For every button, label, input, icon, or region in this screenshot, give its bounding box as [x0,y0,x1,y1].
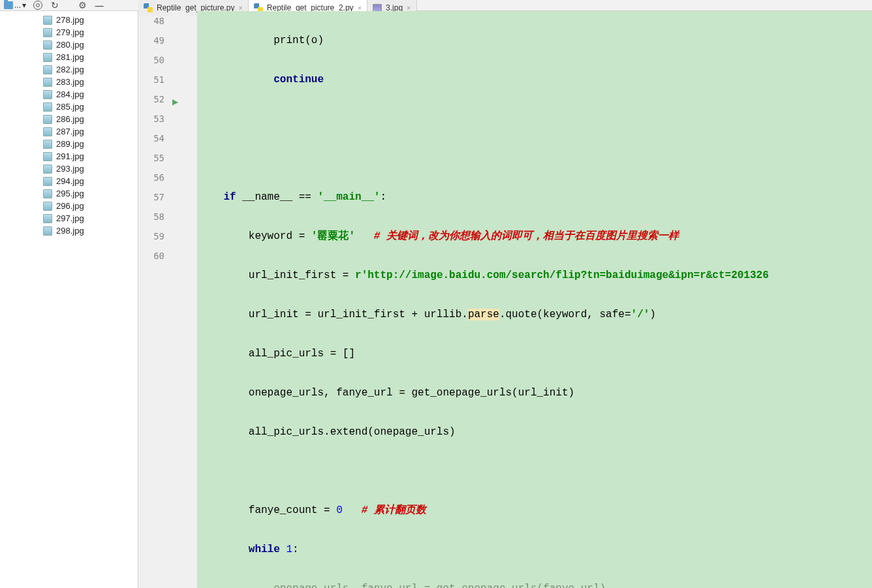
top-toolbar: ... ▾ [0,0,872,11]
gutter-icons[interactable]: ▶ [170,11,185,588]
file-name: 278.jpg [56,15,84,25]
image-file-icon [43,226,52,236]
file-name: 285.jpg [56,102,84,112]
file-name: 297.jpg [56,213,84,223]
file-name: 293.jpg [56,164,84,174]
collapse-icon[interactable] [94,0,104,10]
folder-icon [4,1,13,9]
file-item[interactable]: 281.jpg [0,51,138,63]
file-item[interactable]: 291.jpg [0,150,138,162]
selector-label: ... [14,1,21,10]
file-item[interactable]: 287.jpg [0,125,138,138]
chevron-down-icon: ▾ [22,1,26,10]
image-file-icon [43,78,52,87]
fold-column[interactable] [185,11,197,588]
file-item[interactable]: 283.jpg [0,76,138,88]
image-file-icon [43,177,52,186]
file-item[interactable]: 280.jpg [0,39,138,51]
file-item[interactable]: 297.jpg [0,212,138,224]
image-file-icon [43,102,52,112]
file-item[interactable]: 289.jpg [0,138,138,150]
file-item[interactable]: 278.jpg [0,14,138,26]
file-name: 289.jpg [56,139,84,149]
image-file-icon [43,90,52,99]
file-name: 282.jpg [56,65,84,74]
file-name: 283.jpg [56,77,84,87]
file-item[interactable]: 293.jpg [0,162,138,175]
file-item[interactable]: 285.jpg [0,101,138,113]
image-file-icon [43,28,52,37]
image-file-icon [43,202,52,211]
file-item[interactable]: 294.jpg [0,175,138,187]
line-gutter: 48495051525354555657585960 [138,11,170,588]
image-file-icon [43,65,52,74]
run-gutter-icon[interactable]: ▶ [172,92,178,112]
file-name: 298.jpg [56,226,84,236]
file-name: 287.jpg [56,127,84,136]
code-area[interactable]: print(o) continue if __name__ == '__main… [197,11,872,588]
file-name: 295.jpg [56,189,84,198]
file-name: 296.jpg [56,201,84,211]
file-item[interactable]: 282.jpg [0,63,138,76]
file-name: 280.jpg [56,40,84,50]
image-file-icon [43,164,52,174]
file-name: 294.jpg [56,176,84,186]
file-item[interactable]: 295.jpg [0,187,138,200]
file-name: 291.jpg [56,151,84,161]
image-file-icon [43,214,52,223]
file-item[interactable]: 279.jpg [0,26,138,39]
file-name: 279.jpg [56,27,84,37]
file-name: 286.jpg [56,114,84,124]
code-editor[interactable]: 48495051525354555657585960 ▶ print(o) co… [138,11,872,588]
file-name: 281.jpg [56,52,84,62]
target-icon[interactable] [33,0,43,10]
image-file-icon [43,53,52,62]
gear-icon[interactable] [77,0,87,10]
image-file-icon [43,127,52,136]
project-tree[interactable]: 278.jpg279.jpg280.jpg281.jpg282.jpg283.j… [0,11,138,588]
image-file-icon [43,152,52,161]
file-name: 284.jpg [56,89,84,99]
file-item[interactable]: 286.jpg [0,113,138,125]
file-item[interactable]: 284.jpg [0,88,138,101]
image-file-icon [43,140,52,149]
image-file-icon [43,189,52,198]
image-file-icon [43,115,52,124]
file-item[interactable]: 296.jpg [0,200,138,212]
python-icon [144,3,153,12]
project-selector[interactable]: ... ▾ [4,1,26,10]
refresh-icon[interactable] [50,0,60,10]
image-file-icon [43,16,52,25]
file-item[interactable]: 298.jpg [0,224,138,237]
image-file-icon [43,40,52,50]
